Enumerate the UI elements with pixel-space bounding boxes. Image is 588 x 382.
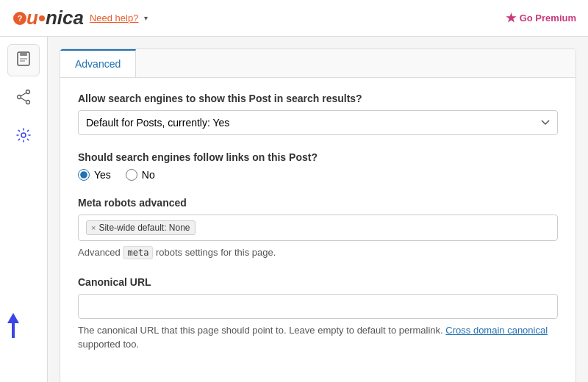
sidebar-item-post[interactable] xyxy=(7,44,40,76)
search-visibility-section: Allow search engines to show this Post i… xyxy=(78,93,558,135)
canonical-url-input[interactable] xyxy=(78,294,558,319)
meta-code-badge: meta xyxy=(123,246,153,259)
canonical-help-text: The canonical URL that this page should … xyxy=(78,325,443,336)
header: ? u nica Need help? ▾ ★ Go Premium xyxy=(0,0,588,37)
share-icon xyxy=(15,89,32,109)
chevron-down-icon: ▾ xyxy=(144,14,148,22)
follow-links-no-option[interactable]: No xyxy=(126,169,155,181)
need-help-link[interactable]: Need help? xyxy=(90,12,139,24)
tab-panel: Advanced Allow search engines to show th… xyxy=(60,48,576,382)
follow-links-section: Should search engines follow links on th… xyxy=(78,151,558,181)
svg-point-9 xyxy=(21,133,26,137)
follow-links-yes-radio[interactable] xyxy=(78,169,90,181)
meta-help-suffix: robots settings for this page. xyxy=(156,247,276,258)
search-visibility-select[interactable]: Default for Posts, currently: YesYesNo xyxy=(78,110,558,135)
arrow-pointer xyxy=(7,313,19,338)
go-premium-label: Go Premium xyxy=(520,12,576,24)
svg-rect-1 xyxy=(20,53,27,56)
sidebar-item-share[interactable] xyxy=(7,82,40,115)
meta-robots-label: Meta robots advanced xyxy=(78,197,558,209)
go-premium-link[interactable]: ★ Go Premium xyxy=(506,11,576,25)
canonical-url-label: Canonical URL xyxy=(78,276,558,288)
post-icon xyxy=(15,51,32,71)
content-area: Advanced Allow search engines to show th… xyxy=(48,37,588,382)
meta-robots-section: Meta robots advanced × Site-wide default… xyxy=(78,197,558,260)
follow-links-no-label: No xyxy=(142,169,155,181)
follow-links-no-radio[interactable] xyxy=(126,169,137,181)
gear-icon xyxy=(15,127,32,147)
logo-dot xyxy=(39,15,45,21)
svg-point-4 xyxy=(26,90,30,93)
canonical-help-suffix: supported too. xyxy=(78,339,139,350)
canonical-url-help: The canonical URL that this page should … xyxy=(78,323,558,352)
tag-close-icon[interactable]: × xyxy=(91,223,96,232)
svg-line-7 xyxy=(21,93,26,96)
cross-domain-canonical-link[interactable]: Cross domain canonical xyxy=(445,325,548,336)
header-left: ? u nica Need help? ▾ xyxy=(12,7,148,29)
meta-robots-tag-input[interactable]: × Site-wide default: None xyxy=(78,215,558,241)
arrow-stem xyxy=(12,323,15,338)
main-layout: Advanced Allow search engines to show th… xyxy=(0,37,588,382)
arrow-up-icon xyxy=(7,313,19,323)
meta-robots-tag: × Site-wide default: None xyxy=(86,220,196,235)
logo: ? u nica xyxy=(12,7,84,29)
form-content: Allow search engines to show this Post i… xyxy=(60,78,576,382)
svg-point-5 xyxy=(18,95,21,98)
follow-links-yes-label: Yes xyxy=(94,169,111,181)
sidebar-item-settings[interactable] xyxy=(7,120,40,153)
meta-help-prefix: Advanced xyxy=(78,247,121,258)
tab-bar: Advanced xyxy=(60,49,576,78)
search-visibility-label: Allow search engines to show this Post i… xyxy=(78,93,558,104)
star-icon: ★ xyxy=(506,11,516,25)
svg-point-6 xyxy=(26,100,30,104)
follow-links-label: Should search engines follow links on th… xyxy=(78,151,558,163)
canonical-url-section: Canonical URL The canonical URL that thi… xyxy=(78,276,558,352)
svg-line-8 xyxy=(21,98,26,101)
sidebar xyxy=(0,37,48,382)
tag-label: Site-wide default: None xyxy=(98,223,190,233)
follow-links-yes-option[interactable]: Yes xyxy=(78,169,111,181)
tab-advanced[interactable]: Advanced xyxy=(60,49,136,77)
logo-question-icon: ? xyxy=(13,12,26,25)
follow-links-radio-group: Yes No xyxy=(78,169,558,181)
meta-robots-help: Advanced meta robots settings for this p… xyxy=(78,245,558,260)
